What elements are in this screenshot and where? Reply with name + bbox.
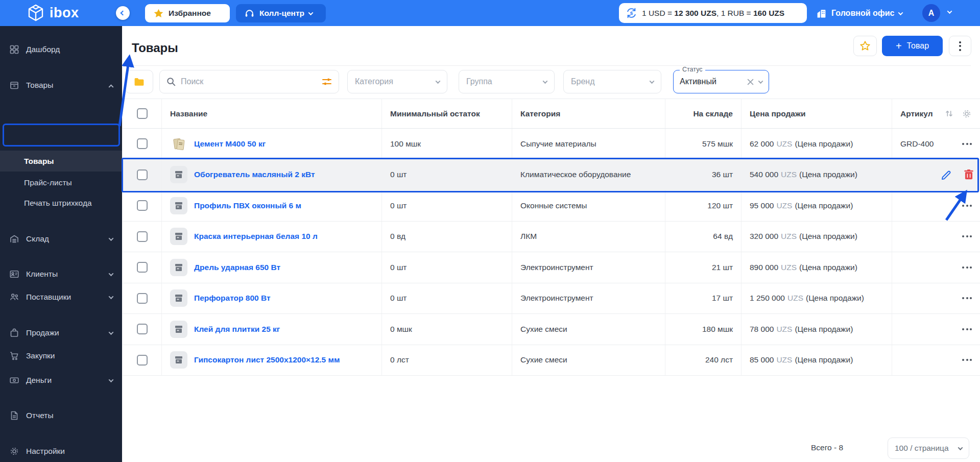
row-actions-menu[interactable] xyxy=(962,143,972,145)
sidebar-item-settings[interactable]: Настройки xyxy=(0,441,122,461)
row-checkbox[interactable] xyxy=(137,169,148,180)
row-checkbox[interactable] xyxy=(137,324,148,334)
sidebar-item-money[interactable]: Деньги xyxy=(0,370,122,391)
chevron-down-icon xyxy=(650,79,655,84)
product-placeholder-icon xyxy=(170,351,187,369)
folder-icon xyxy=(133,76,145,88)
sidebar-item-reports[interactable]: Отчеты xyxy=(0,405,122,426)
chevron-down-icon xyxy=(109,271,114,276)
sidebar-item-barcode-print[interactable]: Печать штрихкода xyxy=(0,193,122,213)
table-row[interactable]: Перфоратор 800 Вт 0 шт Электроинструмент… xyxy=(123,283,980,314)
product-link[interactable]: Гипсокартон лист 2500х1200×12.5 мм xyxy=(194,355,340,364)
product-link[interactable]: Клей для плитки 25 кг xyxy=(194,325,280,334)
table-row-selected[interactable]: Обогреватель масляный 2 кВт 0 шт Климати… xyxy=(123,160,980,191)
branch-selector[interactable]: Головной офис xyxy=(816,6,902,20)
currency-text: 1 USD = 12 300 UZS, 1 RUB = 160 UZS xyxy=(642,9,784,18)
product-placeholder-icon xyxy=(170,321,187,338)
chevron-down-icon xyxy=(543,79,548,84)
warehouse-icon xyxy=(9,234,19,244)
delete-trash-icon[interactable] xyxy=(963,168,975,181)
folders-button[interactable] xyxy=(125,70,153,93)
chevron-left-icon xyxy=(121,11,126,16)
total-count-label: Всего - 8 xyxy=(811,443,843,452)
product-placeholder-icon xyxy=(170,228,187,245)
cube-logo-icon xyxy=(27,4,45,22)
sidebar-item-products-group[interactable]: Товары xyxy=(0,75,122,95)
row-checkbox[interactable] xyxy=(137,231,148,242)
table-row[interactable]: Дрель ударная 650 Вт 0 шт Электроинструм… xyxy=(123,252,980,283)
status-filter-value: Активный xyxy=(680,77,747,86)
row-actions-menu[interactable] xyxy=(962,205,972,207)
row-actions-menu[interactable] xyxy=(962,359,972,361)
product-placeholder-icon xyxy=(170,289,187,307)
group-filter-select[interactable]: Группа xyxy=(459,70,555,93)
category-filter-select[interactable]: Категория xyxy=(347,70,447,93)
table-row[interactable]: Цемент М400 50 кг 100 мшк Сыпучие матери… xyxy=(123,129,980,160)
chevron-down-icon xyxy=(109,236,114,241)
row-checkbox[interactable] xyxy=(137,355,148,366)
chevron-down-icon xyxy=(109,377,114,382)
sidebar-item-sales[interactable]: Продажи xyxy=(0,323,122,343)
select-all-checkbox[interactable] xyxy=(137,108,148,119)
product-link[interactable]: Перфоратор 800 Вт xyxy=(194,294,271,303)
row-checkbox[interactable] xyxy=(137,138,148,149)
products-table: Название Минимальный остаток Категория Н… xyxy=(123,99,980,376)
column-settings-gear-icon[interactable] xyxy=(962,109,972,119)
clear-filter-icon[interactable] xyxy=(747,79,754,85)
sidebar-item-dashboard[interactable]: Дашборд xyxy=(0,39,122,60)
headset-icon xyxy=(244,8,255,19)
favorite-page-button[interactable] xyxy=(853,36,877,56)
page-size-select[interactable]: 100 / страница xyxy=(888,437,969,459)
chevron-up-icon xyxy=(109,84,114,89)
chevron-down-icon xyxy=(109,294,114,299)
building-icon xyxy=(816,8,827,19)
table-row[interactable]: Профиль ПВХ оконный 6 м 0 шт Оконные сис… xyxy=(123,190,980,222)
product-link[interactable]: Краска интерьерная белая 10 л xyxy=(194,232,318,241)
product-link[interactable]: Цемент М400 50 кг xyxy=(194,139,266,149)
table-row[interactable]: Гипсокартон лист 2500х1200×12.5 мм 0 лст… xyxy=(123,345,980,376)
currency-rates-widget[interactable]: $ 1 USD = 12 300 UZS, 1 RUB = 160 UZS xyxy=(619,3,807,23)
search-box xyxy=(159,70,339,93)
product-link[interactable]: Профиль ПВХ оконный 6 м xyxy=(194,201,301,210)
chevron-down-icon xyxy=(958,445,963,450)
sidebar-item-products[interactable]: Товары xyxy=(0,151,122,172)
sidebar-item-purchases[interactable]: Закупки xyxy=(0,346,122,366)
row-actions-menu[interactable] xyxy=(962,328,972,330)
row-checkbox[interactable] xyxy=(137,200,148,211)
sales-bag-icon xyxy=(9,328,19,338)
brand-filter-select[interactable]: Бренд xyxy=(563,70,661,93)
page-more-menu-button[interactable] xyxy=(949,36,971,56)
plus-icon: + xyxy=(896,41,902,51)
gear-icon xyxy=(9,446,19,456)
star-icon xyxy=(153,8,164,19)
clients-icon xyxy=(9,269,19,279)
row-checkbox[interactable] xyxy=(137,293,148,304)
favorites-button[interactable]: Избранное xyxy=(145,4,230,22)
sidebar-item-clients[interactable]: Клиенты xyxy=(0,264,122,284)
add-product-button[interactable]: + Товар xyxy=(882,36,943,56)
row-actions-menu[interactable] xyxy=(962,266,972,269)
search-input[interactable] xyxy=(181,77,317,86)
edit-pencil-icon[interactable] xyxy=(941,169,952,181)
status-filter-select[interactable]: Статус Активный xyxy=(673,70,769,93)
sidebar-item-price-lists[interactable]: Прайс-листы xyxy=(0,173,122,193)
sort-icon[interactable] xyxy=(945,109,953,118)
product-link[interactable]: Обогреватель масляный 2 кВт xyxy=(194,170,315,179)
sidebar-item-warehouse[interactable]: Склад xyxy=(0,229,122,249)
document-icon xyxy=(9,410,19,421)
table-row[interactable]: Краска интерьерная белая 10 л 0 вд ЛКМ 6… xyxy=(123,222,980,253)
row-checkbox[interactable] xyxy=(137,262,148,273)
row-actions-menu[interactable] xyxy=(962,235,972,237)
table-row[interactable]: Клей для плитки 25 кг 0 мшк Сухие смеси … xyxy=(123,314,980,345)
star-outline-icon xyxy=(859,40,871,52)
call-center-button[interactable]: Колл-центр xyxy=(236,4,326,22)
sidebar-collapse-button[interactable] xyxy=(116,6,130,20)
chevron-down-icon xyxy=(308,10,314,15)
user-avatar[interactable]: A xyxy=(922,4,940,22)
user-menu-chevron-icon[interactable] xyxy=(947,9,952,14)
sidebar-item-suppliers[interactable]: Поставщики xyxy=(0,287,122,307)
product-link[interactable]: Дрель ударная 650 Вт xyxy=(194,263,280,272)
chevron-down-icon xyxy=(758,79,763,84)
row-actions-menu[interactable] xyxy=(962,297,972,299)
filter-sliders-icon[interactable] xyxy=(321,76,332,87)
